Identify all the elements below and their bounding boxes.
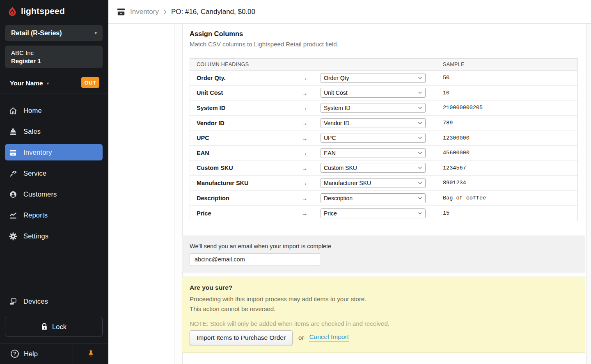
breadcrumb-page-title: PO: #16, Candyland, $0.00 [171,8,255,16]
sidebar-item-service[interactable]: Service [0,163,108,184]
table-row: Unit Cost → Unit Cost 10 [190,86,577,101]
sidebar-item-reports[interactable]: Reports [0,205,108,226]
sidebar-item-customers[interactable]: Customers [0,184,108,205]
arrow-right-icon: → [289,74,321,81]
sidebar-item-label: Service [23,169,46,177]
product-selector[interactable]: Retail (R-Series) ▾ [5,25,103,41]
brand-wordmark: lightspeed [21,6,65,16]
chart-icon [8,211,18,220]
sidebar-item-devices[interactable]: Devices [0,291,108,312]
csv-column-heading: Custom SKU [190,165,289,171]
arrow-right-icon: → [289,89,321,96]
sample-value: 210000000205 [443,105,577,111]
sidebar-item-settings[interactable]: Settings [0,226,108,247]
sidebar-bottom-bar: ? Help [0,343,108,364]
table-row: Order Qty. → Order Qty 50 [190,71,577,86]
sample-header: SAMPLE [443,62,577,67]
archive-box-icon [8,148,18,158]
company-name: ABC Inc [11,49,96,57]
lock-icon [41,323,48,331]
sample-value: Bag of coffee [443,195,577,201]
field-select-wrap: Custom SKU [321,163,426,173]
column-mapping-select[interactable]: Manufacturer SKU [321,178,426,188]
csv-column-heading: Manufacturer SKU [190,180,289,186]
csv-column-heading: Description [190,195,289,201]
sidebar-item-home[interactable]: Home [0,100,108,121]
confirmation-title: Are you sure? [190,284,578,291]
pin-sidebar-button[interactable] [73,343,108,364]
account-box: ABC Inc Register 1 [5,46,103,68]
table-row: Manufacturer SKU → Manufacturer SKU 8901… [190,176,577,191]
sub-navigation-panel [108,24,174,364]
confirmation-line: Proceeding with this import process may … [190,294,578,304]
confirmation-note: NOTE: Stock will only be added when item… [190,320,578,327]
table-row: EAN → EAN 45600000 [190,146,577,161]
table-row: Vendor ID → Vendor ID 789 [190,116,577,131]
column-mapping-select[interactable]: System ID [321,103,426,113]
sidebar-item-sales[interactable]: Sales [0,121,108,142]
sample-value: 15 [443,210,577,216]
email-input[interactable] [190,253,320,266]
table-row: Description → Description Bag of coffee [190,191,577,206]
sidebar-item-label: Inventory [23,149,52,156]
question-icon: ? [11,350,19,358]
arrow-right-icon: → [289,135,321,142]
table-row: System ID → System ID 210000000205 [190,101,577,116]
table-header: COLUMN HEADINGS SAMPLE [190,59,577,71]
column-mapping-select[interactable]: Price [321,208,426,218]
cash-register-icon [8,127,18,137]
help-button[interactable]: ? Help [0,343,73,364]
home-icon [8,106,18,116]
cancel-import-link[interactable]: Cancel Import [309,333,348,342]
sidebar-item-inventory[interactable]: Inventory [0,142,108,163]
user-name: Your Name [10,80,43,87]
sample-value: 45600000 [443,150,577,156]
arrow-right-icon: → [289,119,321,126]
sidebar-item-label: Devices [23,298,48,305]
table-row: Price → Price 15 [190,206,577,221]
arrow-right-icon: → [289,104,321,111]
hammer-icon [8,169,18,179]
column-mapping-select[interactable]: Order Qty [321,73,426,83]
sidebar-item-label: Customers [23,190,57,198]
field-select-wrap: Order Qty [321,73,426,83]
gear-icon [8,231,18,241]
sample-value: 50 [443,75,577,81]
column-mapping-select[interactable]: UPC [321,133,426,143]
column-mapping-select[interactable]: EAN [321,148,426,158]
csv-column-heading: Order Qty. [190,75,289,81]
inventory-archive-icon [117,8,125,16]
arrow-right-icon: → [289,179,321,186]
vertical-scrollbar[interactable] [586,24,591,364]
sidebar-item-label: Reports [23,211,48,219]
breadcrumb-inventory-link[interactable]: Inventory [130,8,159,16]
field-select-wrap: Unit Cost [321,88,426,98]
page-title: Assign Columns [190,30,585,38]
sidebar-item-label: Home [23,107,42,114]
sidebar-divider [0,94,108,94]
column-mapping-select[interactable]: Vendor ID [321,118,426,128]
csv-column-heading: Vendor ID [190,120,289,126]
column-headings-header: COLUMN HEADINGS [190,62,443,67]
column-mapping-select[interactable]: Description [321,193,426,203]
field-select-wrap: UPC [321,133,426,143]
table-row: Custom SKU → Custom SKU 1234567 [190,161,577,176]
email-notification-section: We'll send you an email when your import… [182,236,585,272]
lock-button[interactable]: Lock [5,317,103,337]
field-select-wrap: Price [321,208,426,218]
table-row: UPC → UPC 12300000 [190,130,577,146]
arrow-right-icon: → [289,149,321,156]
column-mapping-select[interactable]: Custom SKU [321,163,426,173]
lock-button-label: Lock [52,323,66,331]
user-menu[interactable]: Your Name ▾ [10,78,49,89]
csv-column-heading: System ID [190,105,289,111]
sample-value: 10 [443,90,577,96]
flame-icon [7,5,17,17]
sidebar-item-label: Sales [23,128,41,135]
clock-out-button[interactable]: OUT [81,77,99,88]
sidebar-nav: Home Sales Inventory [0,100,108,247]
person-icon [8,190,18,199]
import-items-button[interactable]: Import Items to Purchase Order [190,330,293,345]
column-mapping-select[interactable]: Unit Cost [321,88,426,98]
chevron-right-icon [163,9,167,15]
